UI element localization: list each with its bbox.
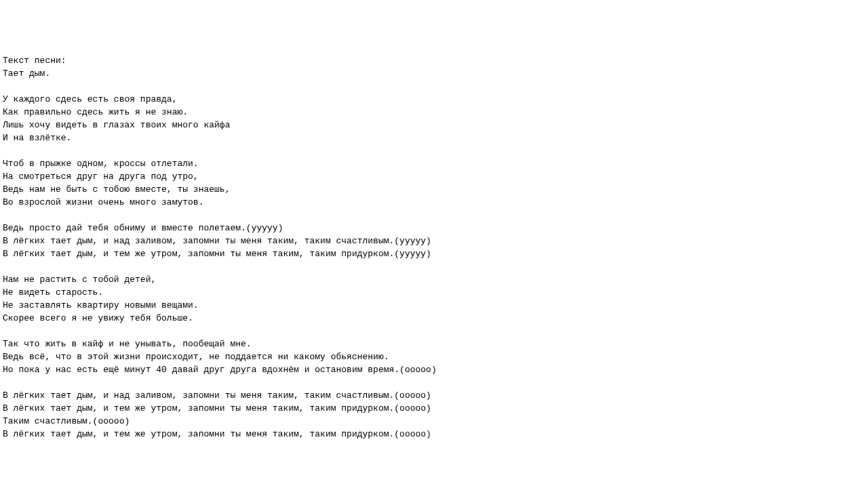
lyric-line: Чтоб в прыжке одном, кроссы отлетали. bbox=[3, 159, 199, 169]
lyric-line: На смотреться друг на друга под утро, bbox=[3, 171, 199, 182]
lyric-line: Нам не растить с тобой детей, bbox=[3, 274, 156, 285]
lyric-line: Во взрослой жизни очень много замутов. bbox=[3, 197, 203, 207]
lyric-line: У каждого сдесь есть своя правда, bbox=[3, 94, 177, 104]
lyric-line: Не заставлять квартиру новыми вещами. bbox=[3, 300, 199, 310]
header-label: Текст песни: bbox=[3, 56, 66, 66]
lyric-line: Таким счастливым.(ооооо) bbox=[3, 416, 130, 426]
lyric-line: Не видеть старость. bbox=[3, 287, 103, 298]
lyric-line: Скорее всего я не увижу тебя больше. bbox=[3, 313, 193, 323]
lyrics-block: Текст песни: Тает дым. У каждого сдесь е… bbox=[3, 54, 865, 441]
lyric-line: В лёгких тает дым, и над заливом, запомн… bbox=[3, 390, 431, 401]
lyric-line: Так что жить в кайф и не унывать, пообещ… bbox=[3, 339, 252, 349]
lyric-line: Ведь всё, что в этой жизни происходит, н… bbox=[3, 352, 389, 362]
lyric-line: В лёгких тает дым, и над заливом, запомн… bbox=[3, 236, 431, 246]
lyric-line: Лишь хочу видеть в глазах твоих много ка… bbox=[3, 120, 230, 130]
song-title: Тает дым. bbox=[3, 68, 50, 79]
lyric-line: В лёгких тает дым, и тем же утром, запом… bbox=[3, 429, 431, 439]
lyric-line: Как правильно сдесь жить я не знаю. bbox=[3, 107, 188, 117]
lyric-line: В лёгких тает дым, и тем же утром, запом… bbox=[3, 403, 431, 413]
lyric-line: Но пока у нас есть ещё минут 40 давай др… bbox=[3, 365, 437, 375]
lyric-line: Ведь просто дай тебя обниму и вместе пол… bbox=[3, 223, 283, 233]
lyric-line: И на взлётке. bbox=[3, 133, 71, 143]
lyric-line: В лёгких тает дым, и тем же утром, запом… bbox=[3, 249, 431, 259]
lyric-line: Ведь нам не быть с тобою вместе, ты знае… bbox=[3, 184, 230, 195]
